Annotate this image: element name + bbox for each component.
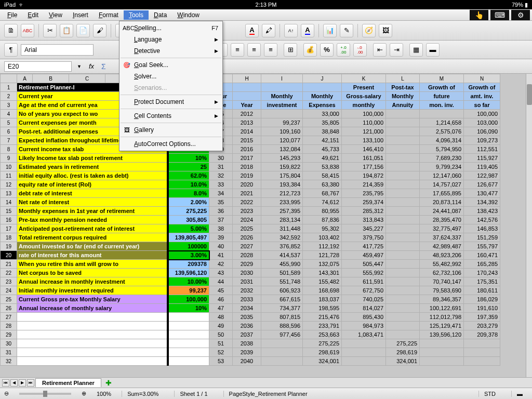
cell[interactable]: 275,225 bbox=[168, 207, 209, 216]
cell[interactable]: 12,147,060 bbox=[420, 171, 464, 180]
cell[interactable] bbox=[386, 180, 420, 189]
row-header[interactable]: 3 bbox=[1, 101, 17, 110]
cell[interactable]: 233,791 bbox=[303, 322, 342, 330]
styles-icon[interactable]: ¶ bbox=[4, 43, 18, 57]
row-header[interactable]: 10 bbox=[1, 163, 17, 171]
cell[interactable]: 142,576 bbox=[464, 216, 500, 224]
cell[interactable]: 119,405 bbox=[464, 163, 500, 171]
cell[interactable]: Expenses bbox=[303, 101, 342, 110]
cell[interactable] bbox=[386, 136, 420, 145]
cell[interactable]: 2031 bbox=[233, 277, 261, 286]
cell[interactable]: 132,075 bbox=[303, 260, 342, 269]
cell[interactable]: 38,848 bbox=[303, 127, 342, 136]
cell[interactable]: 2026 bbox=[233, 233, 261, 242]
cell[interactable]: 197,359 bbox=[464, 313, 500, 322]
cell[interactable]: 740,025 bbox=[342, 295, 386, 304]
add-decimal-icon[interactable]: +.0.00 bbox=[337, 43, 350, 57]
cell[interactable] bbox=[386, 198, 420, 207]
cell[interactable]: Monthly expenses in 1st year of retireme… bbox=[17, 207, 168, 216]
cell[interactable]: 1,083,471 bbox=[342, 330, 386, 339]
cell[interactable]: 2013 bbox=[233, 118, 261, 127]
cell[interactable]: 35 bbox=[209, 198, 233, 207]
cell[interactable]: debt rate of interest bbox=[17, 189, 168, 198]
cell[interactable]: 125,129,471 bbox=[420, 322, 464, 330]
cell[interactable]: 99,237 bbox=[261, 118, 303, 127]
cell[interactable]: 110,000 bbox=[342, 118, 386, 127]
col-header[interactable]: I bbox=[261, 74, 303, 83]
cell[interactable]: 168,698 bbox=[303, 286, 342, 295]
cell[interactable]: 151,259 bbox=[464, 233, 500, 242]
cell[interactable]: 2.00% bbox=[168, 198, 209, 207]
cell[interactable]: 170,243 bbox=[464, 269, 500, 277]
cell[interactable]: 37 bbox=[209, 216, 233, 224]
function-wizard-icon[interactable]: fx bbox=[87, 62, 96, 70]
cell[interactable]: 551,748 bbox=[261, 277, 303, 286]
cell[interactable]: 175,804 bbox=[261, 171, 303, 180]
cell[interactable]: future bbox=[420, 92, 464, 101]
cell[interactable]: 160,471 bbox=[464, 251, 500, 260]
cell[interactable] bbox=[386, 330, 420, 339]
cell[interactable]: 259,374 bbox=[342, 198, 386, 207]
cell[interactable]: 58,415 bbox=[303, 171, 342, 180]
cell[interactable]: 32,775,497 bbox=[420, 224, 464, 233]
cell[interactable]: 48,923,206 bbox=[420, 251, 464, 260]
cell[interactable] bbox=[386, 145, 420, 154]
cell[interactable]: Likely Income tax slab post retirement bbox=[17, 154, 168, 163]
cell[interactable]: monthly bbox=[342, 101, 386, 110]
cell[interactable]: Monthly bbox=[303, 92, 342, 101]
row-header[interactable]: 16 bbox=[1, 216, 17, 224]
cell[interactable]: Current Gross pre-tax Monthly Salary bbox=[17, 295, 168, 304]
cell[interactable]: 183,037 bbox=[303, 295, 342, 304]
cell[interactable]: 31 bbox=[209, 163, 233, 171]
cell[interactable]: 45,733 bbox=[303, 145, 342, 154]
cell[interactable]: 253,663 bbox=[303, 330, 342, 339]
cell[interactable]: 191,610 bbox=[464, 304, 500, 313]
cell[interactable]: 43 bbox=[209, 269, 233, 277]
cell[interactable]: 285,312 bbox=[342, 207, 386, 216]
spellcheck-icon[interactable]: ABC bbox=[21, 24, 34, 37]
cell[interactable]: 146,410 bbox=[342, 145, 386, 154]
cell[interactable]: 17,655,895 bbox=[420, 189, 464, 198]
cell[interactable]: 39 bbox=[209, 233, 233, 242]
cell[interactable]: 45 bbox=[209, 286, 233, 295]
templates-icon[interactable]: 🗎 bbox=[4, 24, 18, 37]
row-header[interactable]: 30 bbox=[1, 339, 17, 348]
cell[interactable]: 194,872 bbox=[342, 171, 386, 180]
cell[interactable]: 62,732,106 bbox=[420, 269, 464, 277]
cell[interactable]: 417,725 bbox=[342, 242, 386, 251]
keyboard-icon[interactable]: ⌨ bbox=[490, 10, 509, 20]
cell[interactable]: 10% bbox=[168, 304, 209, 313]
cell[interactable] bbox=[386, 216, 420, 224]
font-name-input[interactable] bbox=[21, 44, 94, 56]
sum-icon[interactable]: Σ bbox=[99, 62, 108, 71]
cell[interactable]: 7,689,230 bbox=[420, 154, 464, 163]
cell[interactable]: 1,214,658 bbox=[420, 118, 464, 127]
cell[interactable]: 209378 bbox=[168, 260, 209, 269]
cell[interactable] bbox=[386, 242, 420, 251]
row-header[interactable]: 22 bbox=[1, 269, 17, 277]
cell[interactable]: Net rate of interest bbox=[17, 198, 168, 207]
row-header[interactable]: 4 bbox=[1, 110, 17, 118]
tab-prev-icon[interactable]: ◀ bbox=[10, 379, 18, 387]
cell[interactable]: 139,805,497 bbox=[168, 233, 209, 242]
cell[interactable]: Year bbox=[233, 101, 261, 110]
row-header[interactable]: 25 bbox=[1, 295, 17, 304]
row-header[interactable]: 19 bbox=[1, 242, 17, 251]
cell[interactable]: Amount invested so far (end of current y… bbox=[17, 242, 168, 251]
menu-item[interactable]: 🎯Goal Seek... bbox=[121, 59, 221, 71]
menu-item[interactable]: Solver... bbox=[121, 71, 221, 82]
cell[interactable]: 33 bbox=[209, 180, 233, 189]
menu-file[interactable]: File bbox=[2, 10, 22, 20]
cell[interactable]: 2033 bbox=[233, 295, 261, 304]
col-header[interactable]: K bbox=[342, 74, 386, 83]
cell[interactable]: 298,619 bbox=[386, 348, 420, 357]
cell[interactable]: 175,351 bbox=[464, 277, 500, 286]
gallery-icon[interactable]: 🖼 bbox=[379, 24, 392, 37]
cell[interactable]: 2028 bbox=[233, 251, 261, 260]
cell[interactable]: 305,805 bbox=[168, 216, 209, 224]
align-center-icon[interactable]: ≡ bbox=[231, 43, 244, 57]
cell[interactable] bbox=[386, 260, 420, 269]
row-header[interactable]: 31 bbox=[1, 348, 17, 357]
cell[interactable]: 100,000 bbox=[464, 110, 500, 118]
cell[interactable]: 2016 bbox=[233, 145, 261, 154]
